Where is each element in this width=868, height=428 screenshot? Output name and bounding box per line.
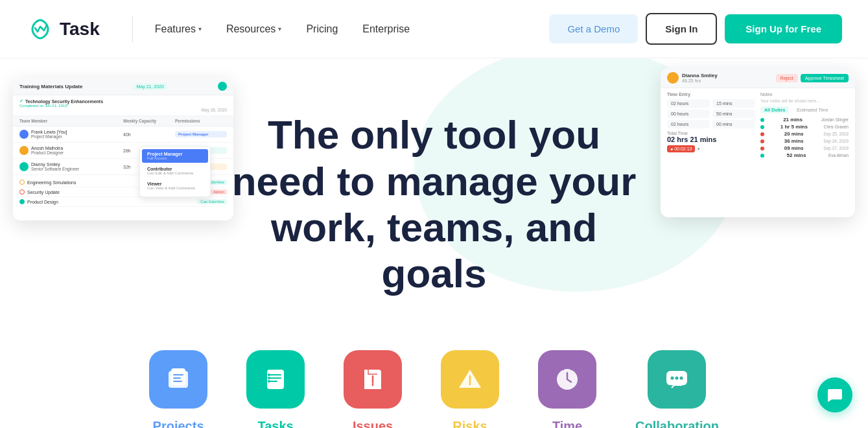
features-row: Projects Tasks Issues xyxy=(0,337,868,428)
feature-tasks[interactable]: Tasks xyxy=(246,350,305,428)
logo-text: Task xyxy=(60,19,100,40)
team-row-1: Frank Lewis [You] Project Manager 40h Pr… xyxy=(13,126,233,143)
chat-bubble[interactable] xyxy=(817,377,852,412)
te-item-2: 1 hr 5 mins Chris Graven xyxy=(760,124,849,130)
total-label: Total Time xyxy=(667,131,755,136)
notes-label: Notes xyxy=(760,92,849,97)
projects-label: Projects xyxy=(153,419,204,428)
col-weekly-capacity: Weekly Capacity xyxy=(123,119,175,123)
user-avatar xyxy=(667,72,679,84)
ss-left-date: May 21, 2020 xyxy=(133,83,167,90)
total-time: 02 hrs 21 mins xyxy=(667,136,716,143)
screenshot-right: Dianna Smiley 48.25 hrs Reject Approve T… xyxy=(661,68,855,217)
risks-label: Risks xyxy=(452,419,487,428)
nav-divider xyxy=(132,16,133,42)
svg-point-4 xyxy=(268,374,270,376)
nav-links: Features ▾ Resources ▾ Pricing Enterpris… xyxy=(146,18,550,40)
time-label: Time xyxy=(552,419,582,428)
te-item-4: 36 mins Sep 24, 2019 xyxy=(760,138,849,144)
te-item-5: 09 mins Sep 27, 2019 xyxy=(760,145,849,151)
reject-button[interactable]: Reject xyxy=(776,74,798,82)
mins-input-2: 50 mins xyxy=(712,110,755,118)
hours-input-3: 02 hours xyxy=(667,120,710,128)
logo-icon xyxy=(26,15,54,43)
mins-input-3: 00 mins xyxy=(712,120,755,128)
tab-estimated-time[interactable]: Estimated Time xyxy=(793,106,832,113)
milestone-badge: ✓ Technology Security Enhancements xyxy=(19,99,103,104)
get-demo-button[interactable]: Get a Demo xyxy=(549,14,638,43)
ss-add-btn xyxy=(218,82,227,91)
logo-area[interactable]: Task xyxy=(26,15,100,43)
time-entry-label: Time Entry xyxy=(667,92,755,97)
svg-point-5 xyxy=(268,377,270,379)
issues-label: Issues xyxy=(353,419,393,428)
svg-point-6 xyxy=(268,380,270,383)
timer-badge: ● 00:02:13 xyxy=(667,145,695,152)
navbar: Task Features ▾ Resources ▾ Pricing Ente… xyxy=(0,0,868,58)
mins-input-1: 15 mins xyxy=(712,99,755,108)
hero-content: The only tool you need to manage your wo… xyxy=(232,86,637,309)
collab-label: Collaboration xyxy=(635,419,719,428)
projects-icon xyxy=(149,350,207,409)
collab-icon xyxy=(648,350,706,409)
te-item-6: 52 mins Eva Alman xyxy=(760,152,849,158)
svg-point-11 xyxy=(675,377,679,380)
nav-item-enterprise[interactable]: Enterprise xyxy=(353,18,419,40)
feature-risks[interactable]: Risks xyxy=(441,350,499,428)
nav-resources-label: Resources xyxy=(226,23,276,35)
nav-features-label: Features xyxy=(155,23,196,35)
svg-point-10 xyxy=(671,377,674,380)
approve-timesheet-button[interactable]: Approve Timesheet xyxy=(801,74,849,82)
sign-in-button[interactable]: Sign In xyxy=(646,13,717,45)
te-item-1: 21 mins Jordan Slinger xyxy=(760,117,849,123)
risks-icon xyxy=(441,350,499,409)
nav-actions: Get a Demo Sign In Sign Up for Free xyxy=(549,13,842,45)
time-entries-list: 21 mins Jordan Slinger 1 hr 5 mins Chris… xyxy=(760,117,849,158)
hours-input-2: 00 hours xyxy=(667,110,710,118)
feature-projects[interactable]: Projects xyxy=(149,350,207,428)
tab-all-duties[interactable]: All Duties xyxy=(760,106,789,113)
permissions-dropdown: Project Manager Full Access Contributor … xyxy=(139,146,211,197)
feature-collaboration[interactable]: Collaboration xyxy=(635,350,719,428)
tasks-label: Tasks xyxy=(257,419,293,428)
te-item-3: 20 mins Sep 25, 2019 xyxy=(760,131,849,137)
tasks-icon xyxy=(246,350,305,409)
resources-chevron-icon: ▾ xyxy=(278,25,281,32)
hours-input-1: 02 hours xyxy=(667,99,710,108)
user-hours: 48.25 hrs xyxy=(682,78,718,83)
svg-rect-3 xyxy=(267,370,284,389)
nav-item-resources[interactable]: Resources ▾ xyxy=(217,18,290,40)
user-name: Dianna Smiley xyxy=(682,73,718,78)
svg-rect-2 xyxy=(171,368,185,385)
task-row-3: Product Design Can Edit/Able xyxy=(19,197,227,207)
notes-placeholder: Your notes will be shown here... xyxy=(760,99,849,103)
sign-up-button[interactable]: Sign Up for Free xyxy=(725,14,842,43)
hero-title: The only tool you need to manage your wo… xyxy=(232,112,637,296)
svg-point-12 xyxy=(680,377,683,380)
nav-item-features[interactable]: Features ▾ xyxy=(146,18,211,40)
nav-pricing-label: Pricing xyxy=(306,23,338,35)
hero-section: Training Materials Update May 21, 2020 ✓… xyxy=(0,58,868,337)
feature-time[interactable]: Time xyxy=(538,350,596,428)
ss-left-title: Training Materials Update xyxy=(19,84,82,89)
nav-item-pricing[interactable]: Pricing xyxy=(297,18,347,40)
nav-enterprise-label: Enterprise xyxy=(362,23,410,35)
screenshot-left: Training Materials Update May 21, 2020 ✓… xyxy=(13,78,233,220)
issues-icon xyxy=(344,350,402,409)
features-chevron-icon: ▾ xyxy=(198,25,202,32)
col-team-member: Team Member xyxy=(19,119,123,123)
col-permissions: Permissions xyxy=(175,119,227,123)
time-icon xyxy=(538,350,596,409)
feature-issues[interactable]: Issues xyxy=(344,350,402,428)
